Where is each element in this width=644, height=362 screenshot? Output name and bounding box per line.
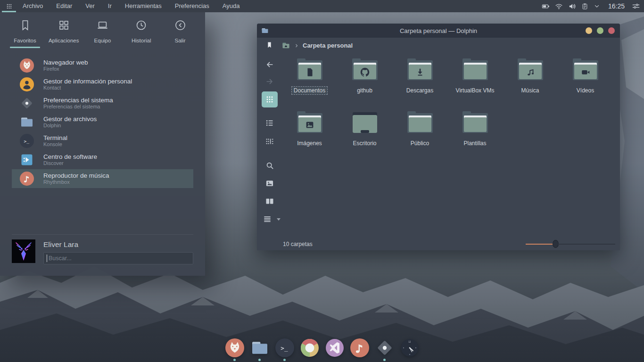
folder-imagenes[interactable]: Imágenes xyxy=(282,110,337,148)
konsole-icon: >_ xyxy=(20,134,34,148)
dock-system-settings[interactable] xyxy=(375,338,394,361)
back-button[interactable] xyxy=(262,57,278,73)
folder-documentos[interactable]: Documentos xyxy=(282,58,337,95)
folder-descargas[interactable]: Descargas xyxy=(392,58,447,95)
split-button[interactable] xyxy=(262,193,278,209)
app-item-preferencias-del-sistema[interactable]: Preferencias del sistema Preferencias de… xyxy=(0,94,205,113)
menu-button[interactable] xyxy=(259,211,281,227)
folder-virtualbox-vms[interactable]: VirtualBox VMs xyxy=(447,58,503,95)
volume-icon[interactable] xyxy=(568,2,576,10)
system-settings-icon xyxy=(375,338,394,357)
folder-icon xyxy=(350,110,380,135)
salir-icon xyxy=(174,19,187,33)
equipo-icon xyxy=(96,19,109,33)
global-menubar: ArchivoEditarVerIrHerramientasPreferenci… xyxy=(0,0,644,12)
tab-historial[interactable]: Historial xyxy=(123,19,160,48)
folder-icon xyxy=(295,110,325,135)
tab-aplicaciones[interactable]: Aplicaciones xyxy=(45,19,82,48)
folder-icon xyxy=(405,58,435,82)
chevron-right-icon xyxy=(294,43,299,49)
view-icons-button[interactable] xyxy=(262,91,278,107)
folder-publico[interactable]: Público xyxy=(392,110,447,148)
svg-text:12: 12 xyxy=(408,341,411,343)
menu-ver[interactable]: Ver xyxy=(79,0,101,12)
dock-file-manager[interactable] xyxy=(250,338,269,361)
dock-clock-widget[interactable]: 12 xyxy=(400,338,419,361)
zoom-slider[interactable] xyxy=(526,239,615,249)
tab-equipo[interactable]: Equipo xyxy=(84,19,121,48)
app-launcher-icon[interactable] xyxy=(2,0,16,12)
toolbar-vertical xyxy=(261,57,278,227)
status-text: 10 carpetas xyxy=(283,241,313,247)
folder-icon xyxy=(515,58,545,82)
forward-button[interactable] xyxy=(262,74,278,90)
app-item-firefox[interactable]: Navegador web Firefox xyxy=(0,56,205,75)
application-launcher-panel: Favoritos Aplicaciones Equipo Historial … xyxy=(0,12,205,276)
clock: 16:25 xyxy=(608,2,625,10)
svg-text:>_: >_ xyxy=(281,345,288,352)
view-details-button[interactable] xyxy=(262,133,278,149)
battery-icon[interactable] xyxy=(542,2,550,10)
view-list-button[interactable] xyxy=(262,115,278,131)
system-tray: 16:25 xyxy=(542,2,644,10)
app-item-kontact[interactable]: Gestor de información personal Kontact xyxy=(0,75,205,94)
preview-button[interactable] xyxy=(262,175,278,191)
folder-icon xyxy=(350,58,380,82)
menu-herramientas[interactable]: Herramientas xyxy=(118,0,168,12)
app-item-dolphin[interactable]: Gestor de archivos Dolphin xyxy=(0,113,205,132)
discover-icon xyxy=(20,153,34,167)
dock-chromium[interactable] xyxy=(300,338,319,361)
avatar xyxy=(12,239,35,263)
menu-preferencias[interactable]: Preferencias xyxy=(168,0,216,12)
svg-text:>_: >_ xyxy=(24,139,30,144)
desktop: ArchivoEditarVerIrHerramientasPreferenci… xyxy=(0,0,644,362)
running-indicator xyxy=(383,359,386,361)
folder-icon xyxy=(460,58,490,82)
close-button[interactable] xyxy=(608,27,615,34)
clock-widget-icon: 12 xyxy=(400,338,419,357)
search-button[interactable] xyxy=(262,157,278,173)
places-bookmark-icon[interactable] xyxy=(266,41,273,51)
slider-track-empty xyxy=(558,244,615,245)
folder-github[interactable]: github xyxy=(337,58,392,95)
folder-videos[interactable]: Vídeos xyxy=(558,58,613,95)
folder-escritorio[interactable]: Escritorio xyxy=(337,110,392,148)
menu-editar[interactable]: Editar xyxy=(50,0,79,12)
slider-track-filled xyxy=(526,244,553,245)
tab-favoritos[interactable]: Favoritos xyxy=(7,19,43,48)
folder-musica[interactable]: Música xyxy=(503,58,558,95)
rhythmbox-icon xyxy=(350,338,369,357)
app-item-konsole[interactable]: >_ Terminal Konsole xyxy=(0,132,205,150)
dock: >_ 12 xyxy=(0,338,644,361)
app-item-discover[interactable]: Centro de software Discover xyxy=(0,150,205,169)
folder-plantillas[interactable]: Plantillas xyxy=(447,110,503,148)
breadcrumb-location[interactable]: Carpeta personal xyxy=(303,42,353,49)
tab-salir[interactable]: Salir xyxy=(162,19,198,48)
chevron-down-icon[interactable] xyxy=(594,3,600,9)
chevron-down-icon xyxy=(277,218,281,221)
statusbar: 10 carpetas xyxy=(257,238,620,250)
sliders-icon[interactable] xyxy=(632,2,640,10)
favorites-list: Navegador web Firefox Gestor de informac… xyxy=(0,56,205,188)
dock-vscode[interactable] xyxy=(325,338,344,361)
maximize-button[interactable] xyxy=(597,27,603,34)
app-item-rhythmbox[interactable]: Reproductor de música Rhythmbox xyxy=(12,169,193,188)
menu-items: ArchivoEditarVerIrHerramientasPreferenci… xyxy=(16,0,246,12)
historial-icon xyxy=(135,19,148,33)
home-folder-icon[interactable] xyxy=(281,41,290,49)
user-name: Eliver Lara xyxy=(43,240,193,249)
dock-terminal[interactable]: >_ xyxy=(275,338,294,361)
wifi-icon[interactable] xyxy=(555,2,563,10)
minimize-button[interactable] xyxy=(586,27,592,34)
dock-firefox[interactable] xyxy=(225,338,244,361)
folder-icon xyxy=(405,110,435,135)
search-input[interactable] xyxy=(43,252,193,264)
menu-ir[interactable]: Ir xyxy=(101,0,118,12)
menu-ayuda[interactable]: Ayuda xyxy=(216,0,247,12)
clipboard-icon[interactable] xyxy=(581,3,588,10)
terminal-icon: >_ xyxy=(275,338,294,357)
folder-icon xyxy=(295,58,325,82)
dock-rhythmbox[interactable] xyxy=(350,338,369,361)
titlebar[interactable]: Carpeta personal — Dolphin xyxy=(257,24,620,38)
menu-archivo[interactable]: Archivo xyxy=(16,0,50,12)
